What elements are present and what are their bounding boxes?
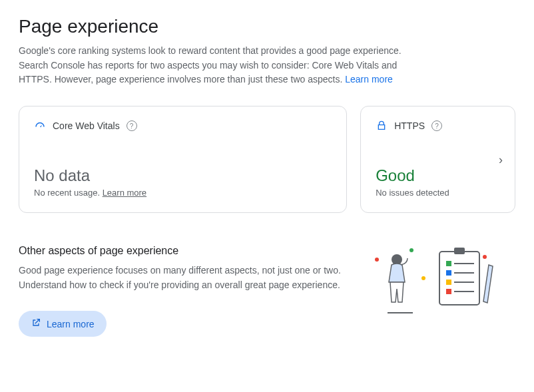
intro-learn-more-link[interactable]: Learn more xyxy=(345,74,393,85)
page-intro: Google's core ranking systems look to re… xyxy=(19,44,431,87)
other-body: Good page experience focuses on many dif… xyxy=(19,264,352,292)
cwv-title: Core Web Vitals xyxy=(53,120,120,131)
svg-rect-10 xyxy=(446,280,451,285)
help-icon[interactable]: ? xyxy=(431,120,442,131)
cwv-status: No data xyxy=(34,166,332,185)
help-icon[interactable]: ? xyxy=(127,120,137,131)
https-card[interactable]: HTTPS ? Good No issues detected › xyxy=(360,106,515,213)
speedometer-icon xyxy=(34,120,46,132)
https-status: Good xyxy=(376,166,500,185)
https-card-header: HTTPS ? xyxy=(376,120,500,132)
svg-rect-5 xyxy=(454,248,465,254)
svg-rect-8 xyxy=(446,270,451,276)
cwv-subtext: No recent usage. Learn more xyxy=(34,188,332,198)
other-aspects-section: Other aspects of page experience Good pa… xyxy=(19,245,515,337)
open-external-icon xyxy=(31,317,41,330)
svg-rect-12 xyxy=(446,289,451,294)
learn-more-button[interactable]: Learn more xyxy=(19,311,107,337)
cwv-learn-more-link[interactable]: Learn more xyxy=(103,188,146,198)
page-title: Page experience xyxy=(19,16,515,37)
cwv-sub-prefix: No recent usage. xyxy=(34,188,103,198)
svg-point-2 xyxy=(421,276,425,280)
learn-more-button-label: Learn more xyxy=(47,319,95,329)
svg-rect-6 xyxy=(446,261,451,266)
lock-icon xyxy=(376,120,388,132)
cwv-card-header: Core Web Vitals ? xyxy=(34,120,332,132)
https-subtext: No issues detected xyxy=(376,188,500,198)
page-intro-text: Google's core ranking systems look to re… xyxy=(19,45,401,85)
checklist-illustration xyxy=(365,245,498,318)
cards-row: Core Web Vitals ? No data No recent usag… xyxy=(19,106,515,213)
chevron-right-icon: › xyxy=(499,152,503,166)
svg-rect-4 xyxy=(439,252,479,305)
https-title: HTTPS xyxy=(394,120,425,131)
other-heading: Other aspects of page experience xyxy=(19,245,352,257)
svg-point-3 xyxy=(483,255,487,259)
core-web-vitals-card[interactable]: Core Web Vitals ? No data No recent usag… xyxy=(19,106,347,213)
svg-point-0 xyxy=(375,258,379,262)
svg-point-1 xyxy=(409,248,413,252)
